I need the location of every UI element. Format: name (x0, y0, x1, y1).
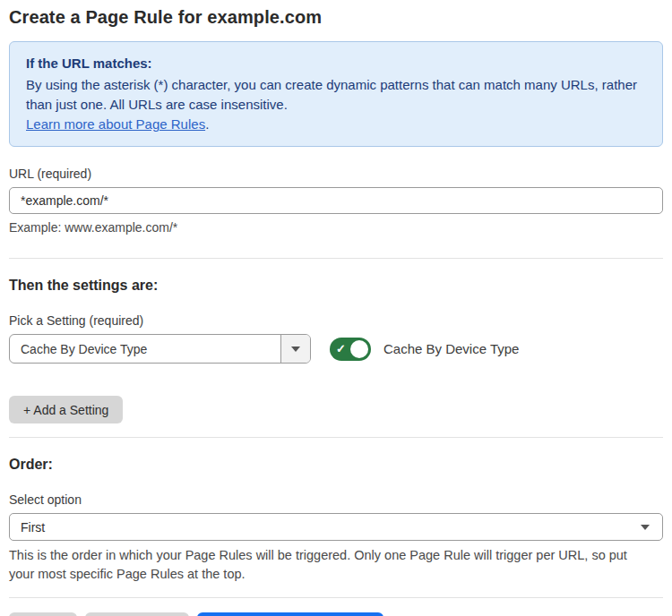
order-section-heading: Order: (9, 457, 663, 473)
divider (9, 437, 663, 438)
info-box-link-line: Learn more about Page Rules. (26, 115, 646, 134)
add-setting-button[interactable]: + Add a Setting (9, 396, 123, 424)
save-and-deploy-button[interactable]: Save and Deploy Page Rule (197, 612, 383, 616)
learn-more-link[interactable]: Learn more about Page Rules (26, 116, 205, 132)
url-field-label: URL (required) (9, 167, 663, 181)
cache-device-toggle[interactable]: ✓ (330, 338, 371, 361)
settings-section-heading: Then the settings are: (9, 278, 663, 294)
page-title: Create a Page Rule for example.com (9, 7, 663, 28)
chevron-down-icon (641, 525, 650, 530)
setting-row: Cache By Device Type ✓ Cache By Device T… (9, 334, 663, 364)
pick-setting-label: Pick a Setting (required) (9, 313, 663, 328)
order-select-value: First (21, 520, 45, 535)
setting-dropdown-arrow-button[interactable] (280, 335, 310, 363)
url-match-info-box: If the URL matches: By using the asteris… (9, 41, 663, 147)
check-icon: ✓ (336, 342, 346, 354)
toggle-label: Cache By Device Type (383, 341, 519, 356)
footer-buttons: Cancel Save as Draft Save and Deploy Pag… (9, 612, 663, 616)
divider (9, 258, 663, 259)
divider (9, 597, 663, 598)
page-rule-form: Create a Page Rule for example.com If th… (0, 0, 672, 616)
cancel-button[interactable]: Cancel (9, 612, 77, 616)
toggle-knob (350, 340, 368, 358)
save-as-draft-button[interactable]: Save as Draft (85, 612, 190, 616)
url-field-helper: Example: www.example.com/* (9, 220, 663, 235)
info-box-heading: If the URL matches: (26, 54, 646, 73)
order-helper-text: This is the order in which your Page Rul… (9, 546, 654, 584)
url-input[interactable] (9, 187, 663, 214)
select-option-label: Select option (9, 492, 663, 507)
setting-dropdown[interactable]: Cache By Device Type (9, 334, 311, 364)
chevron-down-icon (291, 346, 300, 352)
order-select[interactable]: First (9, 513, 663, 541)
link-suffix: . (205, 116, 209, 132)
setting-dropdown-value: Cache By Device Type (10, 335, 280, 363)
info-box-body: By using the asterisk (*) character, you… (26, 75, 646, 115)
